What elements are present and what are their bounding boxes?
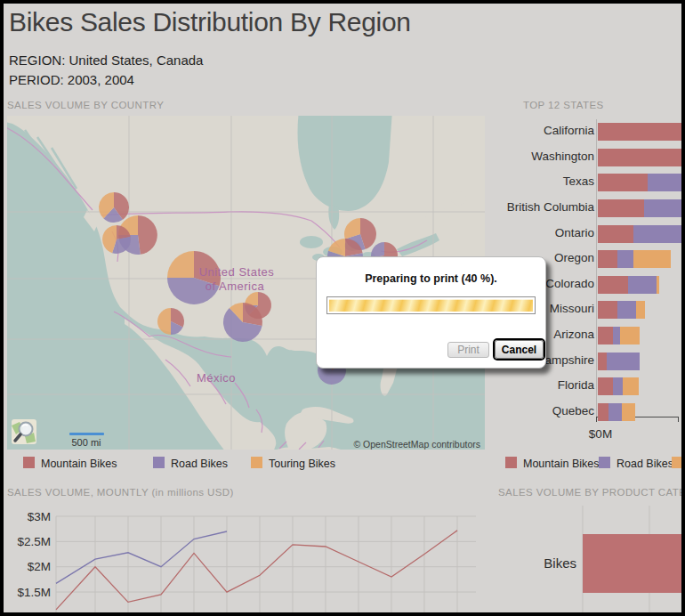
legend-label: Road Bikes — [171, 458, 228, 470]
bar-segment-mountain[interactable] — [598, 123, 685, 141]
top12-row-label: Missouri — [550, 302, 594, 315]
top12-row-label: Arizona — [553, 328, 594, 341]
top12-row-label: British Columbia — [507, 200, 594, 214]
monthly-line-purple-series[interactable] — [56, 531, 227, 583]
top12-stacked-bar[interactable] — [598, 123, 685, 141]
bar-segment-road[interactable] — [613, 327, 620, 344]
top12-stacked-bar[interactable] — [598, 199, 685, 217]
map-label-united-states: United States — [188, 265, 286, 279]
table-row: Ontario — [498, 222, 685, 247]
top12-axis-label: $0M — [583, 427, 618, 441]
bar-segment-mountain[interactable] — [598, 250, 617, 268]
bar-segment-road[interactable] — [608, 403, 622, 421]
bar-segment-road[interactable] — [617, 250, 633, 268]
bar-segment-mountain[interactable] — [598, 174, 648, 191]
map-attribution: © OpenStreetMap contributors — [353, 439, 480, 450]
category-row-label: Bikes — [544, 555, 576, 571]
period-line: PERIOD: 2003, 2004 — [9, 72, 134, 87]
monthly-y-tick: $1.5M — [17, 586, 51, 599]
monthly-line-chart[interactable]: $3M$2.5M$2M$1.5M — [7, 504, 480, 616]
bar-segment-touring[interactable] — [622, 403, 635, 421]
monthly-y-tick: $2M — [28, 560, 51, 573]
bar-segment-touring[interactable] — [623, 377, 639, 395]
table-row: California — [498, 119, 685, 145]
progress-bar-fill — [329, 299, 533, 312]
top12-row-label: Texas — [563, 174, 594, 188]
category-bar-bikes[interactable] — [583, 534, 685, 593]
bar-segment-touring[interactable] — [657, 276, 659, 294]
map-panel-title: SALES VOLUME BY COUNTRY — [7, 100, 164, 110]
category-panel-title: SALES VOLUME BY PRODUCT CATEGORY — [498, 487, 685, 498]
legend-swatch — [23, 457, 35, 468]
bar-segment-road[interactable] — [648, 174, 685, 191]
bar-segment-road[interactable] — [617, 301, 636, 319]
top12-stacked-bar[interactable] — [598, 353, 640, 370]
top12-row-label: Washington — [531, 150, 594, 163]
bar-segment-road[interactable] — [633, 225, 685, 243]
monthly-y-tick: $3M — [28, 510, 51, 523]
top12-stacked-bar[interactable] — [598, 174, 685, 191]
legend-swatch — [672, 457, 683, 468]
top12-stacked-bar[interactable] — [598, 301, 645, 319]
table-row: Florida — [498, 374, 685, 400]
progress-bar — [326, 296, 536, 314]
bar-segment-touring[interactable] — [636, 301, 645, 319]
top12-stacked-bar[interactable] — [598, 403, 635, 421]
bar-segment-road[interactable] — [613, 377, 623, 395]
legend-label: Road Bikes — [616, 458, 673, 470]
bar-segment-road[interactable] — [607, 353, 640, 370]
table-row: British Columbia — [498, 196, 685, 222]
monthly-line-red-series[interactable] — [56, 531, 457, 610]
top12-row-label: Colorado — [545, 277, 594, 290]
legend-label: Mountain Bikes — [523, 458, 599, 470]
bar-segment-mountain[interactable] — [598, 327, 613, 344]
top12-stacked-bar[interactable] — [598, 276, 659, 294]
top12-row-label: Florida — [558, 378, 594, 392]
map-scale-line — [69, 433, 104, 435]
top12-row-label: Ontario — [555, 226, 594, 239]
bar-segment-mountain[interactable] — [598, 353, 607, 370]
legend-swatch — [251, 457, 262, 468]
osm-logo-icon[interactable] — [11, 418, 37, 445]
top12-stacked-bar[interactable] — [598, 149, 685, 166]
bar-segment-road[interactable] — [644, 199, 685, 217]
bar-segment-mountain[interactable] — [598, 301, 617, 319]
legend-swatch — [153, 457, 165, 468]
top12-stacked-bar[interactable] — [598, 377, 639, 395]
table-row: Washington — [498, 145, 685, 171]
map-label-of-america: of America — [186, 280, 284, 293]
map-scale-label: 500 mi — [61, 437, 111, 448]
category-bar-chart[interactable]: Bikes — [498, 503, 685, 616]
map-label-mexico: México — [167, 371, 265, 385]
bar-segment-touring[interactable] — [620, 327, 640, 344]
legend-swatch — [505, 457, 517, 468]
top12-panel-title: TOP 12 STATES — [523, 100, 604, 110]
top12-stacked-bar[interactable] — [598, 225, 685, 243]
cancel-button[interactable]: Cancel — [495, 340, 544, 359]
legend-swatch — [599, 457, 610, 468]
bar-segment-mountain[interactable] — [598, 377, 613, 395]
bar-segment-touring[interactable] — [633, 250, 671, 268]
legend-label: Touring Bikes — [269, 458, 335, 470]
dialog-message: Preparing to print (40 %). — [317, 272, 545, 285]
region-line: REGION: United States, Canada — [9, 53, 203, 68]
bar-segment-road[interactable] — [628, 276, 657, 294]
bar-segment-mountain[interactable] — [598, 149, 685, 166]
bar-segment-mountain[interactable] — [598, 403, 608, 421]
print-button[interactable]: Print — [447, 342, 489, 358]
legend-label: Mountain Bikes — [41, 458, 117, 470]
top12-stacked-bar[interactable] — [598, 327, 640, 344]
table-row: Quebec — [498, 400, 685, 426]
table-row: Texas — [498, 170, 685, 196]
top12-row-label: Quebec — [552, 404, 594, 417]
top12-row-label: Oregon — [554, 251, 594, 264]
top12-stacked-bar[interactable] — [598, 250, 671, 268]
monthly-panel-title: SALES VOLUME, MOUNTLY (in millions USD) — [7, 487, 234, 498]
monthly-y-tick: $2.5M — [17, 535, 51, 548]
bar-segment-mountain[interactable] — [598, 276, 628, 294]
page-title: Bikes Sales Distribution By Region — [9, 7, 411, 37]
top12-row-label: California — [544, 124, 594, 137]
print-dialog: Preparing to print (40 %). Print Cancel — [316, 256, 546, 369]
bar-segment-mountain[interactable] — [598, 225, 633, 243]
bar-segment-mountain[interactable] — [598, 199, 644, 217]
